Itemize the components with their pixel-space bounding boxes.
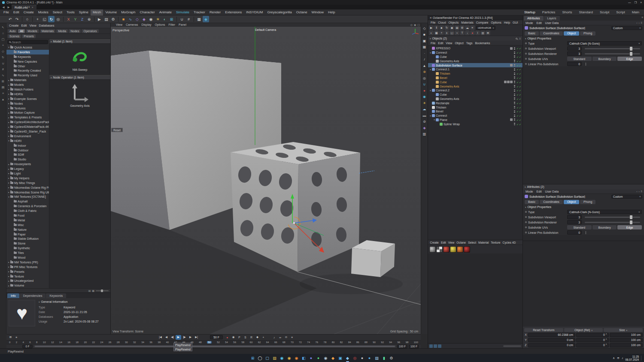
octane-menu-materials[interactable]: Materials [460, 21, 474, 24]
timeline-ruler[interactable]: 0246810121416182022242628303234363840424… [6, 340, 421, 345]
tree-caret-icon[interactable]: ▾ [7, 139, 10, 142]
key-parameter-icon[interactable]: ◆ [255, 335, 260, 340]
menu-insydium[interactable]: INSYDIUM [244, 9, 265, 15]
taskbar-file-explorer-icon[interactable]: ▤ [272, 355, 277, 361]
maximize-button[interactable]: ❐ [634, 1, 637, 4]
jump-end-icon[interactable]: ▶| [194, 335, 199, 340]
ruler-tick-26[interactable]: 26 [109, 341, 112, 344]
model-mode-icon[interactable]: ■ [422, 32, 427, 37]
visibility-dots[interactable] [514, 102, 515, 104]
rotation-x-field[interactable]: 0 ° [576, 333, 609, 337]
snap-toggle-icon[interactable]: ∪ [422, 82, 427, 87]
visibility-dots[interactable] [514, 47, 515, 50]
object-cube[interactable]: Cube✓✓ [428, 80, 522, 84]
panel-menu-icon[interactable]: ≡ [641, 16, 643, 21]
object-subdivision-surface[interactable]: Subdivision Surface✓✓ [428, 63, 522, 67]
scale-tool-icon[interactable]: ◱ [41, 16, 48, 22]
grid-view-icon[interactable]: ▦ [92, 289, 94, 292]
x-axis-lock-icon[interactable]: X [65, 16, 72, 22]
menu-window[interactable]: Window [310, 9, 326, 15]
visibility-dots[interactable] [514, 89, 515, 92]
ruler-tick-72[interactable]: 72 [299, 341, 302, 344]
material-menu-view[interactable]: View [447, 241, 456, 244]
layout-standard[interactable]: Standard [576, 10, 596, 14]
visibility-dots[interactable] [514, 110, 515, 113]
menu-animate[interactable]: Animate [157, 9, 174, 15]
menu-mograph[interactable]: MoGraph [119, 9, 137, 15]
taskbar-telegram-icon[interactable]: ● [367, 355, 372, 361]
enabled-check-icon[interactable]: ✓ [516, 102, 519, 105]
menu-icon[interactable]: ≡ [430, 16, 431, 19]
enabled-check-icon[interactable]: ✓ [519, 85, 521, 88]
polygons-mode-icon[interactable]: ▲ [422, 63, 427, 68]
ruler-tick-36[interactable]: 36 [149, 341, 152, 344]
enabled-check-icon[interactable]: ✓ [519, 102, 521, 105]
coord-button-object-rel[interactable]: Object (Rel)▾ [564, 328, 603, 332]
object-connect[interactable]: ▾Connect✓✓ [428, 114, 522, 118]
info-tab-dependencies[interactable]: Dependencies [20, 293, 46, 298]
enabled-check-icon[interactable]: ✓ [516, 55, 519, 58]
layout-shorts[interactable]: Shorts [559, 10, 575, 14]
object-tag-icon[interactable] [507, 81, 510, 83]
render-restart-icon[interactable]: ↻ [444, 25, 449, 30]
taskbar-vscode-icon[interactable]: ◧ [301, 355, 307, 361]
ramp-icon[interactable]: ⊙ [283, 335, 289, 340]
list-view-icon[interactable]: ▤ [88, 289, 91, 292]
deformer-icon[interactable]: ◈ [141, 16, 147, 22]
asset-tree-item-wood[interactable]: Wood [6, 255, 49, 260]
viewport-menu-display[interactable]: Display [140, 23, 153, 27]
render-pause-icon[interactable]: ‖ [434, 25, 439, 30]
ruler-tick-28[interactable]: 28 [117, 341, 120, 344]
sound-icon[interactable]: ♪ [622, 356, 623, 360]
denoise-icon[interactable]: ≈ [455, 30, 459, 35]
asset-menu-databases[interactable]: Databases [38, 24, 56, 27]
ruler-tick-86[interactable]: 86 [356, 341, 359, 344]
layers-icon[interactable]: ▤ [1, 85, 6, 90]
section-tab-phong[interactable]: Phong [580, 200, 595, 204]
object-geometry-axis[interactable]: Geometry Axis✓✓ [428, 84, 522, 88]
render-dot-icon[interactable]: ● [470, 30, 475, 35]
asset-tree-item-paper[interactable]: Paper [6, 232, 49, 237]
search-input[interactable]: Search [7, 40, 48, 44]
ruler-tick-52[interactable]: 52 [217, 341, 220, 344]
enabled-check-icon[interactable]: ✓ [519, 81, 521, 84]
menu-select[interactable]: Select [51, 9, 64, 15]
workplane-icon[interactable]: # [1, 67, 6, 72]
asset-tree-item-nikomedias-octane-rig-pro[interactable]: ▸Nikomedias Octane Rig Pro [6, 185, 49, 190]
ruler-tick-56[interactable]: 56 [233, 341, 236, 344]
tab-close-icon[interactable]: × [32, 6, 33, 9]
asset-tree-item-cycles4d-starter-pack[interactable]: ▸Cycles4D_Starter_Pack [6, 129, 49, 134]
filter-nodes[interactable]: Nodes [69, 29, 81, 33]
grid-icon[interactable]: ⊞ [1, 79, 6, 84]
uv-standard[interactable]: Standard [567, 57, 592, 61]
enabled-check-icon[interactable]: ✓ [516, 97, 519, 100]
uv-edge[interactable]: Edge [617, 225, 642, 229]
taskbar-chrome-icon[interactable]: ◉ [286, 355, 292, 361]
timeline-options-icon[interactable]: ≡ [14, 335, 19, 340]
ruler-tick-54[interactable]: 54 [225, 341, 228, 344]
material-thumbnail-2[interactable] [436, 246, 443, 253]
info-tab-info[interactable]: Info [7, 293, 19, 298]
lock-camera-icon[interactable]: ◉ [450, 25, 454, 30]
position-x-field[interactable]: 60.2368 cm [528, 333, 575, 337]
range-end-field[interactable]: 100 F [397, 345, 407, 348]
coord-button-size[interactable]: Size▾ [604, 328, 643, 332]
enabled-check-icon[interactable]: ✓ [519, 114, 521, 117]
ruler-tick-38[interactable]: 38 [158, 341, 161, 344]
taskbar-blender-icon[interactable]: ◆ [330, 355, 336, 361]
viewport-solo-icon[interactable]: ◎ [422, 75, 427, 81]
ruler-tick-14[interactable]: 14 [59, 341, 62, 344]
asset-tree-item-cycles4dmaterialpack-4k[interactable]: ▸Cycles4DMaterialPack-4K [6, 124, 49, 129]
object-connect[interactable]: ▾Connect✓✓ [428, 51, 522, 55]
timeline-mode-icon[interactable]: ⊞ [8, 335, 13, 340]
visibility-dots[interactable] [514, 94, 515, 96]
collection-scenes[interactable]: Scenes [8, 34, 21, 38]
viewport-camera-icon[interactable]: ◉ [414, 23, 416, 27]
asset-tree-item-light[interactable]: ▸Light [6, 171, 49, 176]
octane-menu-gui[interactable]: GUI [511, 21, 519, 24]
layers-icon[interactable]: ≡ [470, 25, 475, 30]
asset-tree-item-houseplants[interactable]: ▸Houseplants [6, 162, 49, 166]
layer-swatch[interactable] [434, 344, 437, 348]
objects-menu-object[interactable]: Object [453, 42, 465, 45]
tray-expand-icon[interactable]: ∧ [613, 356, 615, 360]
